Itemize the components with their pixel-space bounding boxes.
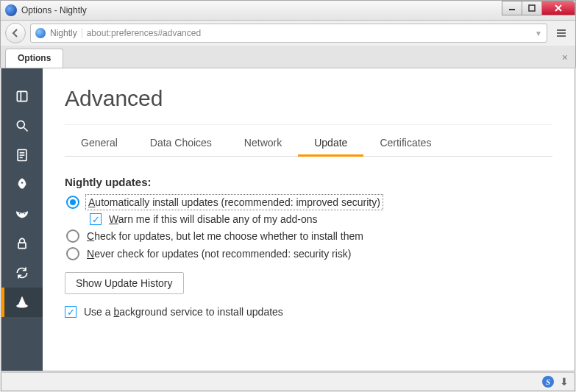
- window-close-button[interactable]: [541, 1, 575, 15]
- sync-icon: [15, 266, 29, 280]
- subtab-general[interactable]: General: [65, 129, 134, 156]
- search-icon: [15, 118, 29, 133]
- sidebar-item-applications[interactable]: [1, 170, 43, 199]
- subtab-data-choices[interactable]: Data Choices: [134, 129, 228, 156]
- rocket-icon: [15, 177, 29, 192]
- window-title: Options - Nightly: [21, 5, 87, 15]
- sidebar-item-security[interactable]: [1, 229, 43, 258]
- download-arrow-icon[interactable]: ⬇: [560, 376, 569, 388]
- radio-label: Never check for updates (not recommended…: [87, 248, 352, 260]
- sidebar-item-sync[interactable]: [1, 258, 43, 288]
- radio-icon: [66, 247, 79, 260]
- svg-rect-1: [529, 5, 535, 11]
- back-arrow-icon: [10, 27, 21, 39]
- preferences-main: Advanced General Data Choices Network Up…: [43, 68, 575, 371]
- svg-point-12: [21, 182, 23, 184]
- window-titlebar: Options - Nightly: [0, 0, 576, 21]
- page-title: Advanced: [65, 86, 552, 111]
- browser-toolbar: Nightly about:preferences#advanced ▼: [0, 21, 576, 46]
- page-tab-options[interactable]: Options: [5, 49, 63, 68]
- radio-auto-install[interactable]: Automatically install updates (recommend…: [65, 196, 552, 209]
- radio-never-check[interactable]: Never check for updates (not recommended…: [65, 247, 552, 260]
- globe-icon: [35, 28, 46, 38]
- sidebar-item-search[interactable]: [1, 111, 43, 140]
- identity-label: Nightly: [50, 28, 82, 38]
- subtab-network[interactable]: Network: [228, 129, 298, 156]
- status-indicator-icon[interactable]: S: [542, 376, 554, 388]
- hamburger-menu-button[interactable]: [552, 24, 571, 43]
- mask-icon: [15, 207, 29, 221]
- status-bar: S ⬇: [1, 372, 575, 391]
- hamburger-icon: [555, 27, 567, 39]
- svg-point-16: [17, 304, 28, 307]
- svg-point-14: [24, 213, 26, 215]
- show-update-history-button[interactable]: Show Update History: [65, 272, 184, 294]
- checkbox-warn-addons[interactable]: Warn me if this will disable any of my a…: [90, 213, 552, 225]
- svg-rect-15: [18, 243, 26, 249]
- window-minimize-button[interactable]: [502, 1, 522, 15]
- radio-label: Automatically install updates (recommend…: [87, 196, 382, 209]
- app-icon: [5, 4, 17, 16]
- subtab-certificates[interactable]: Certificates: [363, 129, 447, 156]
- updates-heading: Nightly updates:: [65, 176, 552, 188]
- sidebar-item-content[interactable]: [1, 140, 43, 170]
- svg-rect-4: [17, 91, 26, 101]
- radio-label: Check for updates, but let me choose whe…: [87, 230, 363, 242]
- svg-line-7: [24, 128, 28, 132]
- tabstrip-close-icon[interactable]: ×: [562, 51, 568, 63]
- url-bar[interactable]: Nightly about:preferences#advanced ▼: [30, 24, 547, 43]
- url-dropdown-icon[interactable]: ▼: [535, 29, 542, 38]
- panel-icon: [15, 89, 29, 104]
- checkbox-icon: [65, 306, 77, 318]
- radio-icon: [66, 229, 79, 243]
- content-area: Advanced General Data Choices Network Up…: [1, 68, 575, 371]
- checkbox-background-service[interactable]: Use a background service to install upda…: [65, 306, 552, 318]
- radio-check-choose[interactable]: Check for updates, but let me choose whe…: [65, 229, 552, 243]
- back-button[interactable]: [5, 23, 26, 43]
- url-text: about:preferences#advanced: [87, 28, 201, 38]
- lock-icon: [15, 236, 29, 251]
- document-icon: [15, 148, 29, 163]
- wizard-hat-icon: [15, 295, 29, 310]
- preferences-sidebar: [1, 68, 43, 371]
- window-maximize-button[interactable]: [522, 1, 542, 15]
- sidebar-item-general[interactable]: [1, 82, 43, 111]
- sidebar-item-advanced[interactable]: [1, 288, 43, 317]
- checkbox-icon: [90, 213, 102, 225]
- radio-icon: [66, 196, 79, 209]
- svg-point-6: [17, 121, 24, 128]
- subtab-update[interactable]: Update: [298, 129, 363, 156]
- window-controls: [502, 1, 575, 15]
- svg-point-13: [18, 213, 21, 215]
- page-tabstrip: Options ×: [0, 46, 576, 68]
- checkbox-label: Use a background service to install upda…: [84, 306, 283, 318]
- advanced-subtabs: General Data Choices Network Update Cert…: [65, 124, 552, 157]
- checkbox-label: Warn me if this will disable any of my a…: [109, 213, 318, 225]
- sidebar-item-privacy[interactable]: [1, 199, 43, 229]
